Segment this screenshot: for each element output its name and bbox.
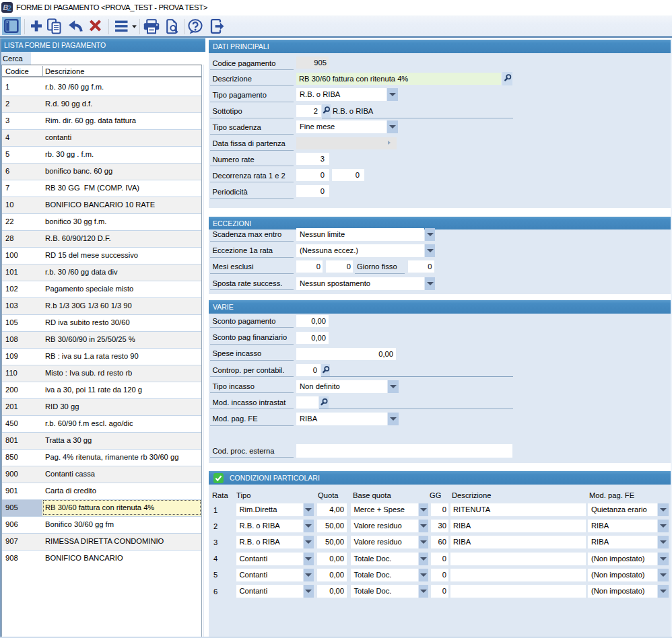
svg-text:2: 2 <box>7 4 11 12</box>
